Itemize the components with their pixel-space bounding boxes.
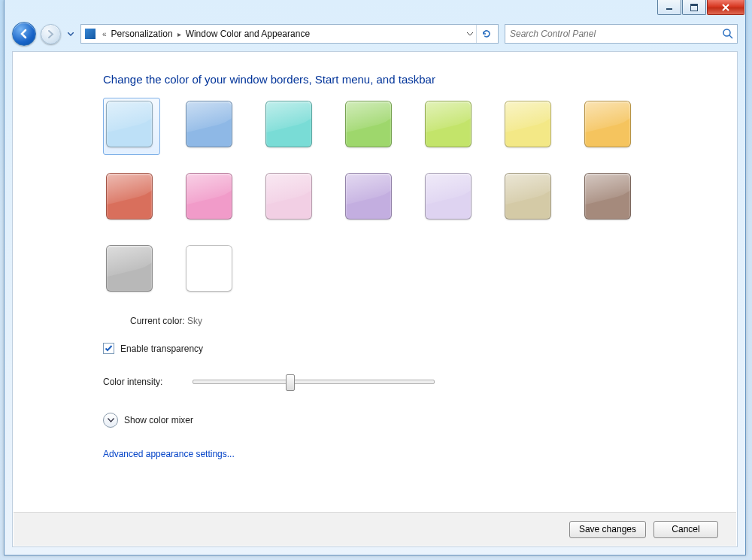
arrow-right-icon	[46, 29, 56, 39]
color-swatch-grid	[103, 98, 675, 299]
color-swatch[interactable]	[103, 242, 160, 299]
current-color-label: Current color:	[130, 316, 185, 326]
footer-bar: Save changes Cancel	[14, 512, 736, 546]
color-swatch[interactable]	[422, 170, 479, 227]
expander-button[interactable]	[103, 413, 118, 428]
control-panel-icon	[84, 28, 96, 40]
color-swatch[interactable]	[262, 170, 320, 227]
current-color-value: Sky	[187, 316, 202, 326]
color-swatch[interactable]	[103, 170, 160, 227]
intensity-slider-thumb[interactable]	[286, 374, 295, 391]
color-swatch[interactable]	[103, 98, 160, 155]
arrow-left-icon	[18, 28, 30, 40]
refresh-button[interactable]	[476, 25, 496, 43]
search-box[interactable]	[505, 24, 738, 44]
chevron-down-icon	[467, 32, 473, 36]
color-swatch[interactable]	[581, 98, 638, 155]
intensity-row: Color intensity:	[103, 377, 711, 387]
window-frame: « Personalization ▸ Window Color and App…	[4, 0, 746, 555]
color-swatch[interactable]	[183, 170, 240, 227]
color-swatch[interactable]	[183, 242, 240, 299]
color-swatch[interactable]	[342, 170, 399, 227]
nav-back-button[interactable]	[12, 22, 36, 46]
nav-bar: « Personalization ▸ Window Color and App…	[12, 21, 738, 47]
search-icon	[722, 28, 734, 40]
close-button[interactable]	[707, 0, 744, 15]
current-color-row: Current color: Sky	[130, 316, 711, 326]
save-changes-button[interactable]: Save changes	[569, 521, 646, 538]
transparency-row: Enable transparency	[103, 343, 711, 354]
color-mixer-label: Show color mixer	[124, 415, 193, 425]
color-swatch[interactable]	[581, 170, 638, 227]
address-dropdown[interactable]	[464, 32, 476, 36]
search-input[interactable]	[508, 28, 722, 40]
check-icon	[105, 344, 113, 353]
color-swatch[interactable]	[502, 170, 559, 227]
refresh-icon	[481, 29, 492, 39]
intensity-slider[interactable]	[193, 380, 435, 384]
intensity-label: Color intensity:	[103, 377, 162, 387]
color-swatch[interactable]	[422, 98, 479, 155]
svg-line-4	[729, 35, 732, 38]
cancel-button[interactable]: Cancel	[653, 521, 718, 538]
transparency-checkbox[interactable]	[103, 343, 114, 354]
color-swatch[interactable]	[262, 98, 320, 155]
color-swatch[interactable]	[183, 98, 240, 155]
nav-forward-button[interactable]	[41, 24, 61, 44]
breadcrumb-chevrons-icon: «	[102, 30, 107, 38]
breadcrumb-level2[interactable]: Window Color and Appearance	[183, 27, 313, 41]
svg-rect-2	[691, 4, 698, 6]
page-heading: Change the color of your window borders,…	[103, 73, 711, 86]
minimize-button[interactable]	[657, 0, 681, 15]
title-bar	[657, 0, 745, 17]
color-mixer-row[interactable]: Show color mixer	[103, 413, 711, 428]
content-frame: Change the color of your window borders,…	[12, 51, 738, 547]
chevron-down-icon	[68, 32, 74, 36]
address-bar[interactable]: « Personalization ▸ Window Color and App…	[80, 24, 499, 44]
color-swatch[interactable]	[342, 98, 399, 155]
transparency-label: Enable transparency	[120, 344, 203, 354]
svg-rect-0	[666, 8, 672, 10]
chevron-right-icon: ▸	[177, 30, 181, 38]
breadcrumb-level1[interactable]: Personalization	[108, 27, 176, 41]
nav-history-dropdown[interactable]	[65, 23, 76, 44]
chevron-down-icon	[108, 418, 114, 422]
color-swatch[interactable]	[502, 98, 559, 155]
maximize-button[interactable]	[682, 0, 706, 15]
advanced-appearance-link[interactable]: Advanced appearance settings...	[103, 449, 235, 459]
svg-point-3	[723, 29, 730, 36]
